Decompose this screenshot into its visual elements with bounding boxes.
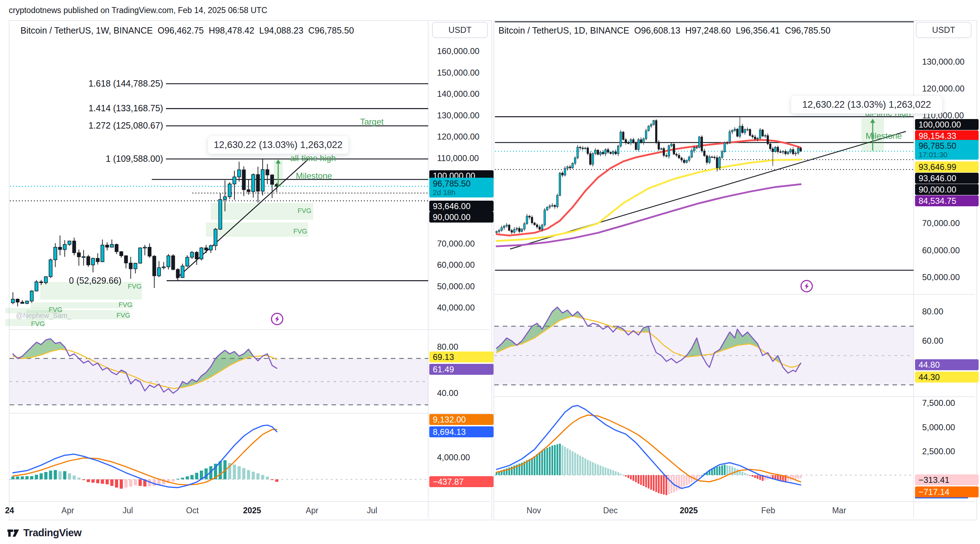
fib-level-label: 1.272 (125,080.67) — [57, 120, 163, 131]
macd-histogram-bar — [757, 475, 759, 479]
candle — [658, 142, 660, 150]
candle — [655, 120, 657, 142]
rsi-tick-label: 60.00 — [922, 336, 943, 346]
candle — [569, 167, 571, 168]
candle — [711, 157, 713, 158]
candle — [762, 130, 764, 136]
macd-histogram-bar — [528, 459, 530, 475]
candle — [683, 160, 685, 163]
candle — [638, 140, 640, 150]
candle — [769, 144, 771, 149]
macd-histogram-bar — [602, 467, 604, 475]
macd-value-label: −437.87 — [429, 476, 493, 487]
macd-value-label: 9,132.00 — [429, 414, 493, 425]
candle — [124, 256, 127, 263]
macd-histogram-bar — [605, 467, 606, 475]
time-axis-label: Nov — [527, 506, 541, 515]
symbol-title-weekly: Bitcoin / TetherUS, 1W, BINANCE O96,462.… — [21, 26, 354, 36]
candle — [764, 136, 766, 136]
candle — [729, 132, 731, 143]
candle — [531, 217, 533, 223]
candle — [233, 177, 236, 184]
candle — [645, 131, 647, 139]
candle — [668, 146, 670, 156]
candle — [590, 154, 591, 164]
symbol-title-daily: Bitcoin / TetherUS, 1D, BINANCE O96,608.… — [498, 26, 830, 36]
candle — [566, 167, 568, 169]
macd-signal-line — [13, 429, 277, 485]
candle — [162, 267, 165, 268]
fvg-label: FVG — [116, 311, 130, 319]
candle — [681, 158, 682, 160]
macd-histogram-bar — [577, 454, 579, 475]
fvg-label: FVG — [119, 301, 132, 309]
milestone-annotation: Milestone — [865, 131, 902, 141]
macd-histogram-bar — [795, 475, 796, 479]
macd-histogram-bar — [676, 475, 678, 491]
candle — [501, 228, 502, 231]
macd-histogram-bar — [30, 476, 33, 479]
currency-toggle-button-daily[interactable]: USDT — [916, 22, 972, 38]
macd-histogram-bar — [186, 476, 189, 479]
macd-histogram-bar — [266, 477, 269, 479]
candle — [238, 170, 241, 177]
candle — [549, 206, 551, 207]
candle — [701, 137, 703, 151]
macd-value-label: −313.41 — [915, 474, 978, 485]
macd-histogram-bar — [653, 475, 654, 491]
candle — [592, 154, 594, 164]
candle — [564, 169, 566, 175]
candle — [767, 136, 768, 144]
macd-histogram-bar — [77, 478, 81, 479]
macd-histogram-bar — [134, 479, 137, 485]
idea-flash-icon[interactable] — [272, 313, 283, 325]
macd-histogram-bar — [54, 470, 57, 479]
candle — [597, 150, 599, 155]
tradingview-logo[interactable]: TradingView — [7, 526, 81, 539]
candle — [747, 129, 748, 130]
candle — [607, 150, 609, 152]
macd-histogram-bar — [549, 447, 551, 475]
candle — [30, 291, 33, 301]
candle — [536, 225, 538, 227]
candle — [686, 160, 688, 163]
macd-tick-label: 7,500.00 — [922, 398, 955, 408]
currency-toggle-button-weekly[interactable]: USDT — [432, 22, 488, 38]
candle — [602, 152, 604, 154]
candle — [82, 257, 85, 257]
macd-histogram-bar — [622, 475, 624, 476]
candle — [186, 257, 189, 266]
macd-histogram-bar — [534, 456, 536, 475]
candle — [635, 143, 637, 150]
macd-tick-label: 4,000.00 — [437, 453, 470, 463]
idea-flash-icon[interactable] — [801, 281, 812, 292]
candle — [584, 148, 586, 149]
macd-histogram-bar — [204, 468, 208, 479]
macd-histogram-bar — [566, 448, 568, 475]
candle — [703, 151, 705, 156]
price-line-label: 93,646.99 — [915, 161, 978, 172]
macd-histogram-bar — [11, 477, 14, 479]
macd-histogram-bar — [780, 475, 781, 480]
candle — [91, 258, 95, 265]
price-line-label: 93,646.00 — [915, 173, 978, 184]
macd-histogram-bar — [124, 479, 127, 488]
candle — [749, 129, 751, 136]
candle — [528, 216, 530, 217]
candle — [772, 149, 774, 152]
macd-tick-label: 5,000.00 — [922, 423, 955, 432]
macd-histogram-bar — [645, 475, 647, 487]
candle — [25, 301, 29, 303]
candle — [719, 157, 721, 168]
candle — [534, 223, 536, 225]
candle — [721, 152, 723, 157]
macd-histogram-bar — [82, 479, 85, 480]
macd-histogram-bar — [686, 475, 688, 485]
macd-histogram-bar — [129, 479, 132, 487]
candle — [498, 230, 500, 231]
macd-histogram-bar — [670, 475, 672, 493]
price-line-label: 84,534.75 — [915, 195, 978, 206]
candle — [785, 152, 786, 154]
candle — [158, 268, 161, 276]
time-axis-label: Jul — [367, 506, 377, 515]
